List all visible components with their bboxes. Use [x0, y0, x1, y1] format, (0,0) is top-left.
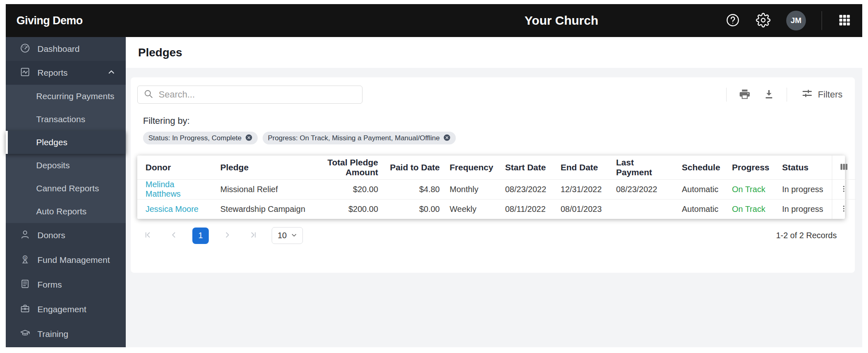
- main-area: Pledges: [126, 37, 862, 347]
- kebab-menu-icon: [840, 204, 848, 214]
- first-page-icon: [143, 230, 152, 241]
- sidebar-item-label: Training: [37, 329, 116, 339]
- column-header-end-date: End Date: [556, 156, 611, 179]
- sidebar-item-training[interactable]: Training: [6, 322, 126, 346]
- donor-link[interactable]: Jessica Moore: [145, 204, 199, 214]
- user-avatar[interactable]: JM: [786, 11, 806, 30]
- column-header-pledge: Pledge: [215, 156, 311, 179]
- sidebar-item-auto-reports[interactable]: Auto Reports: [6, 200, 126, 223]
- page-title: Pledges: [138, 46, 182, 59]
- status-cell: In progress: [777, 199, 832, 219]
- previous-page-button[interactable]: [166, 228, 181, 244]
- help-icon: [725, 13, 740, 29]
- column-header-schedule: Schedule: [677, 156, 727, 179]
- chip-remove-button[interactable]: [443, 134, 450, 142]
- column-header-start-date: Start Date: [500, 156, 556, 179]
- row-actions-button[interactable]: [840, 204, 848, 214]
- settings-button[interactable]: [756, 13, 771, 29]
- chip-remove-button[interactable]: [245, 134, 252, 142]
- schedule-cell: Automatic: [677, 199, 727, 219]
- document-icon: [20, 279, 30, 291]
- search-input[interactable]: [158, 89, 356, 100]
- chip-close-icon: [245, 134, 252, 142]
- pledges-table-container: Donor Pledge Total Pledge Amount Paid to…: [137, 156, 845, 219]
- sidebar-item-label: Engagement: [37, 304, 116, 314]
- chevron-down-icon: [291, 231, 297, 240]
- column-header-last-payment: Last Payment: [611, 156, 677, 179]
- filter-chip-label: Progress: On Track, Missing a Payment, M…: [268, 134, 440, 142]
- app-window: Giving Demo Your Church: [6, 4, 862, 347]
- column-header-progress: Progress: [727, 156, 777, 179]
- sidebar-item-donors[interactable]: Donors: [6, 223, 126, 248]
- total-pledge-amount-cell: $20.00: [311, 179, 383, 199]
- page-title-bar: Pledges: [126, 37, 862, 68]
- graduation-cap-icon: [20, 328, 30, 341]
- column-header-frequency: Frequency: [445, 156, 500, 179]
- organization-title: Your Church: [524, 14, 598, 28]
- filters-button[interactable]: Filters: [799, 87, 845, 102]
- toolbar-divider: [726, 88, 727, 102]
- reports-chart-icon: [20, 67, 30, 79]
- sidebar-item-label: Canned Reports: [36, 183, 99, 193]
- page-size-select[interactable]: 10: [272, 227, 303, 244]
- sidebar-item-recurring-payments[interactable]: Recurring Payments: [6, 85, 126, 108]
- records-count: 1-2 of 2 Records: [776, 231, 845, 240]
- sidebar-item-forms[interactable]: Forms: [6, 272, 126, 297]
- download-icon: [763, 88, 775, 102]
- row-actions-button[interactable]: [840, 185, 848, 194]
- filter-chip-label: Status: In Progress, Complete: [148, 134, 242, 142]
- chevron-up-icon: [107, 67, 116, 79]
- search-icon: [143, 89, 153, 100]
- briefcase-icon: [20, 303, 30, 316]
- search-box: [137, 86, 362, 104]
- next-page-button[interactable]: [220, 228, 235, 244]
- sidebar-item-deposits[interactable]: Deposits: [6, 154, 126, 177]
- sidebar-item-canned-reports[interactable]: Canned Reports: [6, 177, 126, 200]
- column-header-total-pledge-amount: Total Pledge Amount: [311, 156, 383, 179]
- filter-chip-progress: Progress: On Track, Missing a Payment, M…: [263, 132, 456, 144]
- svg-text:$: $: [24, 256, 26, 260]
- sidebar-item-label: Dashboard: [37, 44, 116, 54]
- sidebar-item-label: Forms: [37, 280, 116, 290]
- column-settings-button[interactable]: [839, 162, 849, 173]
- topbar-divider: [822, 11, 822, 30]
- next-page-icon: [223, 230, 232, 241]
- top-bar: Giving Demo Your Church: [6, 4, 862, 37]
- table-header-row: Donor Pledge Total Pledge Amount Paid to…: [137, 156, 856, 179]
- print-button[interactable]: [738, 88, 751, 102]
- sidebar-item-label: Transactions: [36, 114, 85, 124]
- last-page-button[interactable]: [246, 228, 261, 244]
- sidebar-item-label: Auto Reports: [36, 207, 87, 216]
- sidebar-item-label: Reports: [37, 68, 100, 78]
- sidebar-item-engagement[interactable]: Engagement: [6, 297, 126, 322]
- person-icon: [20, 229, 30, 242]
- sidebar-item-fund-management[interactable]: $ Fund Management: [6, 248, 126, 272]
- kebab-menu-icon: [840, 185, 848, 194]
- apps-grid-button[interactable]: [838, 13, 852, 28]
- start-date-cell: 08/23/2022: [500, 179, 556, 199]
- sidebar-item-reports[interactable]: Reports: [6, 61, 126, 85]
- first-page-button[interactable]: [141, 228, 155, 244]
- reports-submenu: Recurring Payments Transactions Pledges …: [6, 85, 126, 223]
- filtering-by-label: Filtering by:: [137, 116, 845, 126]
- sidebar-item-label: Pledges: [36, 137, 67, 147]
- download-button[interactable]: [763, 88, 775, 102]
- pledges-card: Filters Filtering by: Status: In Progres…: [131, 77, 855, 273]
- donor-link[interactable]: Melinda Matthews: [145, 180, 181, 198]
- status-cell: In progress: [777, 179, 832, 199]
- progress-cell: On Track: [727, 179, 777, 199]
- page-size-value: 10: [277, 231, 286, 240]
- help-button[interactable]: [725, 13, 740, 29]
- filter-sliders-icon: [801, 87, 813, 102]
- filters-button-label: Filters: [818, 89, 843, 100]
- sidebar-item-transactions[interactable]: Transactions: [6, 108, 126, 131]
- toolbar-divider: [787, 88, 787, 102]
- column-header-status: Status: [777, 156, 832, 179]
- current-page-button[interactable]: 1: [192, 228, 209, 244]
- column-header-donor: Donor: [137, 156, 215, 179]
- apps-grid-icon: [838, 13, 852, 28]
- toolbar-actions: Filters: [726, 87, 845, 102]
- sidebar-item-dashboard[interactable]: Dashboard: [6, 37, 126, 61]
- topbar-actions: JM: [725, 11, 852, 30]
- sidebar-item-pledges[interactable]: Pledges: [6, 131, 126, 154]
